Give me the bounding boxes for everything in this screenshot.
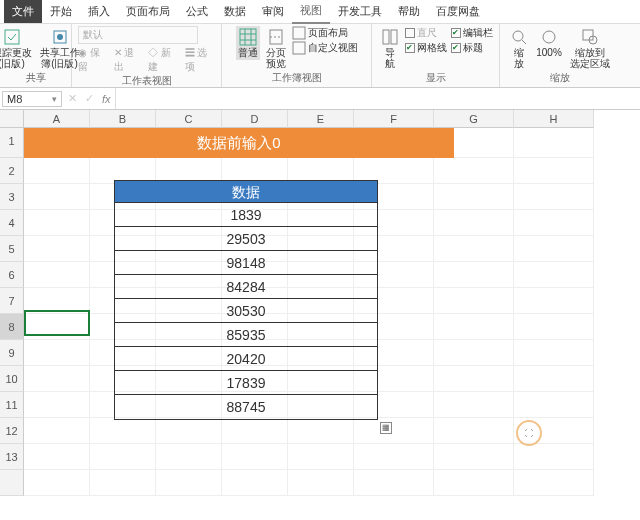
- menu-view[interactable]: 视图: [292, 0, 330, 24]
- col-header[interactable]: A: [24, 110, 90, 128]
- row-header[interactable]: 3: [0, 184, 24, 210]
- cell[interactable]: [514, 262, 594, 288]
- cell[interactable]: [24, 340, 90, 366]
- cell[interactable]: [156, 444, 222, 470]
- cell[interactable]: [514, 340, 594, 366]
- col-header[interactable]: B: [90, 110, 156, 128]
- cell[interactable]: [222, 470, 288, 496]
- menu-review[interactable]: 审阅: [254, 0, 292, 23]
- col-header[interactable]: D: [222, 110, 288, 128]
- cell[interactable]: [156, 470, 222, 496]
- cell[interactable]: [514, 444, 594, 470]
- menu-help[interactable]: 帮助: [390, 0, 428, 23]
- col-header[interactable]: C: [156, 110, 222, 128]
- menu-data[interactable]: 数据: [216, 0, 254, 23]
- fx-button[interactable]: fx: [98, 93, 115, 105]
- sheetview-exit[interactable]: ✕ 退出: [114, 46, 143, 74]
- cell[interactable]: [434, 444, 514, 470]
- cell[interactable]: [434, 418, 514, 444]
- cell[interactable]: [434, 314, 514, 340]
- zoom-100-button[interactable]: 100%: [534, 26, 564, 60]
- cell[interactable]: [514, 288, 594, 314]
- row-header[interactable]: 6: [0, 262, 24, 288]
- cell[interactable]: [222, 418, 288, 444]
- menu-insert[interactable]: 插入: [80, 0, 118, 23]
- cell[interactable]: [434, 184, 514, 210]
- cell[interactable]: [288, 444, 354, 470]
- header-check[interactable]: ✔标题: [451, 41, 493, 55]
- menu-formula[interactable]: 公式: [178, 0, 216, 23]
- cell[interactable]: [24, 444, 90, 470]
- sheetview-select[interactable]: 默认: [78, 26, 198, 44]
- menu-baidu[interactable]: 百度网盘: [428, 0, 488, 23]
- cell[interactable]: [434, 262, 514, 288]
- view-pagebreak-button[interactable]: 分页 预览: [264, 26, 288, 71]
- cell[interactable]: [514, 366, 594, 392]
- row-header[interactable]: 8: [0, 314, 24, 340]
- cell[interactable]: [514, 314, 594, 340]
- cell[interactable]: [514, 128, 594, 158]
- gridline-check[interactable]: ✔网格线: [405, 41, 447, 55]
- nav-button[interactable]: 导 航: [379, 26, 401, 71]
- cell[interactable]: [434, 340, 514, 366]
- cell[interactable]: [354, 470, 434, 496]
- paste-options-icon[interactable]: ▦: [380, 422, 392, 434]
- cell[interactable]: [434, 470, 514, 496]
- cell[interactable]: [24, 418, 90, 444]
- cell[interactable]: [24, 184, 90, 210]
- row-header[interactable]: 11: [0, 392, 24, 418]
- cell[interactable]: [24, 470, 90, 496]
- col-header[interactable]: G: [434, 110, 514, 128]
- cell[interactable]: [514, 158, 594, 184]
- cell[interactable]: [24, 392, 90, 418]
- sheetview-opts[interactable]: ☰ 选项: [185, 46, 215, 74]
- spreadsheet-grid[interactable]: ABCDEFGH 12345678910111213 数据前输入0 数据 183…: [0, 110, 640, 520]
- cell[interactable]: [354, 418, 434, 444]
- row-header[interactable]: 13: [0, 444, 24, 470]
- cell[interactable]: [434, 392, 514, 418]
- cell[interactable]: [24, 236, 90, 262]
- zoom-selection-button[interactable]: 缩放到 选定区域: [568, 26, 612, 71]
- cell[interactable]: [514, 470, 594, 496]
- cell[interactable]: [514, 392, 594, 418]
- cell[interactable]: [514, 236, 594, 262]
- col-header[interactable]: E: [288, 110, 354, 128]
- cell[interactable]: [514, 210, 594, 236]
- row-header[interactable]: 12: [0, 418, 24, 444]
- cell[interactable]: [514, 418, 594, 444]
- zoom-button[interactable]: 缩 放: [508, 26, 530, 71]
- sheetview-keep[interactable]: ◉ 保留: [78, 46, 108, 74]
- sheetview-new[interactable]: ◇ 新建: [148, 46, 178, 74]
- cell[interactable]: [514, 184, 594, 210]
- row-header[interactable]: 9: [0, 340, 24, 366]
- cell[interactable]: [434, 366, 514, 392]
- row-header[interactable]: 4: [0, 210, 24, 236]
- cell[interactable]: [434, 210, 514, 236]
- col-header[interactable]: H: [514, 110, 594, 128]
- cell[interactable]: [434, 236, 514, 262]
- formula-bar[interactable]: [115, 88, 640, 109]
- cell[interactable]: [434, 288, 514, 314]
- select-all-corner[interactable]: [0, 110, 24, 128]
- cancel-button[interactable]: ✕: [64, 92, 81, 105]
- row-header[interactable]: 7: [0, 288, 24, 314]
- cell[interactable]: [288, 470, 354, 496]
- cell[interactable]: [90, 418, 156, 444]
- cell[interactable]: [24, 158, 90, 184]
- row-header[interactable]: 10: [0, 366, 24, 392]
- cell[interactable]: [156, 418, 222, 444]
- cell[interactable]: [24, 288, 90, 314]
- cell[interactable]: [24, 210, 90, 236]
- track-changes-button[interactable]: 跟踪更改 (旧版): [0, 26, 34, 71]
- row-header[interactable]: 1: [0, 128, 24, 158]
- view-normal-button[interactable]: 普通: [236, 26, 260, 60]
- cell[interactable]: [24, 366, 90, 392]
- cell[interactable]: [90, 470, 156, 496]
- row-header[interactable]: 5: [0, 236, 24, 262]
- cell[interactable]: [354, 444, 434, 470]
- cell[interactable]: [222, 444, 288, 470]
- view-custom-button[interactable]: 自定义视图: [292, 41, 358, 55]
- view-pagelayout-button[interactable]: 页面布局: [292, 26, 358, 40]
- cell[interactable]: [24, 262, 90, 288]
- name-box[interactable]: M8▾: [2, 91, 62, 107]
